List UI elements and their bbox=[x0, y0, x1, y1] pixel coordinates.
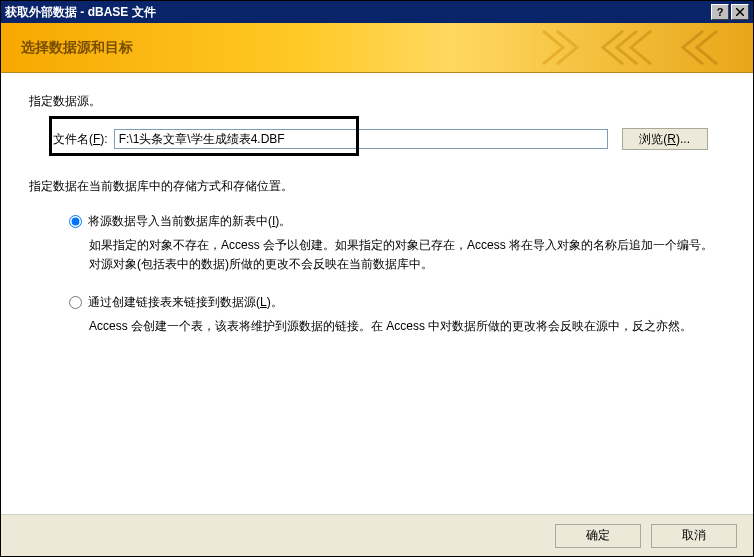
ok-button[interactable]: 确定 bbox=[555, 524, 641, 548]
header-title: 选择数据源和目标 bbox=[21, 39, 133, 57]
radio-import-desc: 如果指定的对象不存在，Access 会予以创建。如果指定的对象已存在，Acces… bbox=[89, 236, 725, 274]
file-row: 文件名(F): 浏览(R)... bbox=[53, 128, 725, 150]
radio-link[interactable] bbox=[69, 296, 82, 309]
window-title: 获取外部数据 - dBASE 文件 bbox=[5, 4, 711, 21]
radio-option-import: 将源数据导入当前数据库的新表中(I)。 如果指定的对象不存在，Access 会予… bbox=[69, 213, 725, 274]
header-band: 选择数据源和目标 bbox=[1, 23, 753, 73]
radio-link-desc: Access 会创建一个表，该表将维护到源数据的链接。在 Access 中对数据… bbox=[89, 317, 725, 336]
radio-line: 通过创建链接表来链接到数据源(L)。 bbox=[69, 294, 725, 311]
cancel-button[interactable]: 取消 bbox=[651, 524, 737, 548]
footer: 确定 取消 bbox=[1, 514, 753, 556]
radio-import-label: 将源数据导入当前数据库的新表中(I)。 bbox=[88, 213, 291, 230]
filename-input[interactable] bbox=[114, 129, 608, 149]
source-section-label: 指定数据源。 bbox=[29, 93, 725, 110]
header-decoration-icon bbox=[503, 23, 753, 72]
radio-import[interactable] bbox=[69, 215, 82, 228]
radio-link-label: 通过创建链接表来链接到数据源(L)。 bbox=[88, 294, 283, 311]
close-icon bbox=[736, 8, 744, 16]
storage-section-label: 指定数据在当前数据库中的存储方式和存储位置。 bbox=[29, 178, 725, 195]
content-area: 指定数据源。 文件名(F): 浏览(R)... 指定数据在当前数据库中的存储方式… bbox=[1, 73, 753, 514]
close-button[interactable] bbox=[731, 4, 749, 20]
filename-label: 文件名(F): bbox=[53, 131, 108, 148]
radio-group: 将源数据导入当前数据库的新表中(I)。 如果指定的对象不存在，Access 会予… bbox=[69, 213, 725, 337]
browse-button[interactable]: 浏览(R)... bbox=[622, 128, 708, 150]
titlebar-buttons: ? bbox=[711, 4, 749, 20]
radio-option-link: 通过创建链接表来链接到数据源(L)。 Access 会创建一个表，该表将维护到源… bbox=[69, 294, 725, 336]
help-button[interactable]: ? bbox=[711, 4, 729, 20]
radio-line: 将源数据导入当前数据库的新表中(I)。 bbox=[69, 213, 725, 230]
dialog-window: 获取外部数据 - dBASE 文件 ? 选择数据源和目标 指定数据源。 文件名(… bbox=[0, 0, 754, 557]
titlebar: 获取外部数据 - dBASE 文件 ? bbox=[1, 1, 753, 23]
